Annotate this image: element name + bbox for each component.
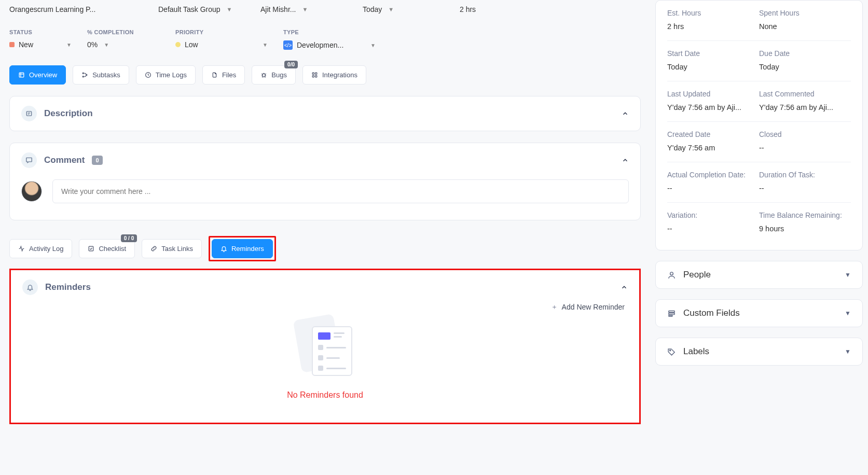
reminders-empty-text: No Reminders found — [287, 390, 363, 400]
type-label: TYPE — [283, 29, 376, 35]
info-value: Today — [759, 62, 851, 73]
tab-subtasks[interactable]: Subtasks — [73, 65, 129, 85]
completion-select[interactable]: 0% ▼ — [87, 40, 160, 49]
comment-input[interactable] — [52, 179, 629, 203]
collapse-toggle[interactable] — [622, 110, 629, 117]
tab-integrations-label: Integrations — [322, 71, 357, 79]
reminders-card: Reminders ＋ Add New Reminder — [11, 270, 639, 423]
chevron-down-icon: ▼ — [845, 310, 851, 317]
description-icon — [21, 106, 37, 121]
description-title: Description — [44, 108, 93, 119]
project-select[interactable]: Orangescrum Learning P... — [9, 5, 152, 13]
info-label: Spent Hours — [759, 9, 851, 17]
collapse-toggle[interactable] — [621, 284, 628, 291]
plus-icon: ＋ — [551, 302, 558, 312]
task-group-name: Default Task Group — [158, 5, 221, 13]
custom-fields-accordion[interactable]: Custom Fields ▼ — [655, 299, 863, 327]
info-value: -- — [667, 223, 759, 234]
chevron-down-icon: ▼ — [845, 348, 851, 355]
task-group-select[interactable]: Default Task Group ▼ — [158, 5, 254, 13]
tab-timelogs[interactable]: Time Logs — [136, 65, 196, 85]
info-value: 9 hours — [759, 223, 851, 234]
collapse-toggle[interactable] — [622, 157, 629, 164]
people-accordion[interactable]: People ▼ — [655, 261, 863, 289]
info-label: Time Balance Remaining: — [759, 211, 851, 219]
type-value: Developmen... — [297, 41, 343, 49]
svg-rect-14 — [669, 313, 674, 314]
info-label: Last Updated — [667, 90, 759, 98]
comment-card: Comment 0 — [9, 143, 641, 220]
svg-rect-0 — [19, 73, 24, 77]
reminders-panel-highlight: Reminders ＋ Add New Reminder — [9, 269, 641, 424]
labels-accordion[interactable]: Labels ▼ — [655, 338, 863, 366]
checklist-icon — [88, 245, 94, 252]
add-reminder-label: Add New Reminder — [562, 303, 625, 311]
tab-task-links[interactable]: Task Links — [142, 239, 202, 258]
info-label: Duration Of Task: — [759, 171, 851, 179]
add-reminder-button[interactable]: ＋ Add New Reminder — [22, 302, 628, 312]
tab-reminders[interactable]: Reminders — [212, 239, 273, 258]
due-date-value: Today — [363, 5, 382, 13]
svg-point-1 — [82, 73, 84, 74]
info-value: -- — [667, 183, 759, 194]
files-icon — [211, 72, 218, 78]
svg-point-2 — [82, 76, 84, 77]
assignee-select[interactable]: Ajit Mishr... ▼ — [260, 5, 356, 13]
chevron-down-icon: ▼ — [302, 6, 308, 12]
chevron-down-icon: ▼ — [66, 42, 72, 48]
tab-bugs[interactable]: Bugs 0/0 — [252, 65, 296, 85]
svg-point-5 — [263, 74, 265, 77]
description-card: Description — [9, 96, 641, 131]
info-value: None — [759, 21, 851, 32]
people-title: People — [683, 270, 711, 280]
priority-label: PRIORITY — [175, 29, 268, 35]
chevron-down-icon: ▼ — [388, 6, 394, 12]
info-label: Est. Hours — [667, 9, 759, 17]
tab-activity-log[interactable]: Activity Log — [9, 239, 72, 258]
priority-select[interactable]: Low ▼ — [175, 40, 268, 49]
tab-reminders-label: Reminders — [231, 245, 264, 253]
svg-rect-11 — [89, 246, 94, 251]
svg-point-3 — [86, 74, 87, 75]
svg-rect-7 — [315, 73, 317, 74]
tab-files-label: Files — [222, 71, 236, 79]
development-type-icon: </> — [283, 40, 293, 50]
user-avatar — [21, 181, 42, 202]
tab-overview[interactable]: Overview — [9, 65, 66, 85]
info-value: -- — [759, 183, 851, 194]
labels-icon — [667, 347, 676, 356]
task-info-panel: Est. Hours 2 hrs Spent Hours None Start … — [655, 0, 863, 250]
info-label: Actual Completion Date: — [667, 171, 759, 179]
info-label: Variation: — [667, 211, 759, 219]
tab-integrations[interactable]: Integrations — [302, 65, 366, 85]
tab-timelogs-label: Time Logs — [156, 71, 187, 79]
labels-title: Labels — [683, 346, 709, 357]
info-label: Last Commented — [759, 90, 851, 98]
status-value: New — [19, 40, 33, 49]
svg-point-16 — [670, 350, 671, 351]
tab-bugs-label: Bugs — [271, 71, 287, 79]
due-date-select[interactable]: Today ▼ — [363, 5, 453, 13]
tab-tasklinks-label: Task Links — [161, 245, 193, 253]
project-name: Orangescrum Learning P... — [9, 5, 95, 13]
tab-files[interactable]: Files — [202, 65, 245, 85]
activity-icon — [18, 245, 25, 252]
overview-icon — [18, 72, 25, 78]
reminders-tab-highlight: Reminders — [209, 236, 276, 261]
clock-icon — [145, 72, 151, 78]
info-value: Y'day 7:56 am — [667, 143, 759, 153]
tab-checklist-label: Checklist — [99, 245, 126, 253]
info-value: Y'day 7:56 am by Aji... — [667, 102, 745, 113]
bugs-count-badge: 0/0 — [284, 61, 298, 68]
type-select[interactable]: </> Developmen... ▼ — [283, 40, 376, 50]
tab-checklist[interactable]: Checklist 0 / 0 — [79, 239, 135, 258]
svg-point-12 — [670, 272, 673, 275]
svg-rect-8 — [312, 76, 314, 77]
chevron-down-icon: ▼ — [370, 43, 376, 48]
status-label: STATUS — [9, 29, 72, 35]
status-select[interactable]: New ▼ — [9, 40, 72, 49]
chevron-down-icon: ▼ — [104, 42, 109, 48]
subtasks-icon — [81, 72, 88, 78]
checklist-count-badge: 0 / 0 — [121, 234, 137, 242]
priority-dot-icon — [175, 42, 181, 47]
